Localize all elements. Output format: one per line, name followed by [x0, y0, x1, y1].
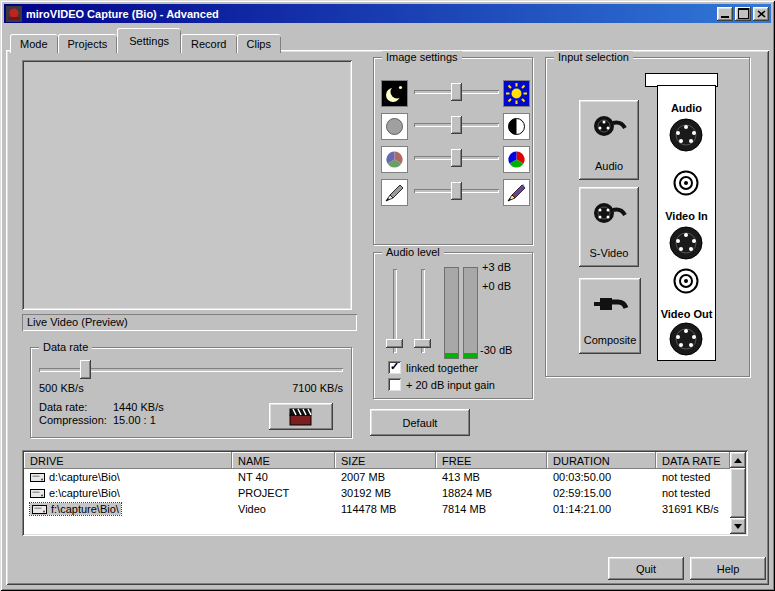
tab-clips-label: Clips [247, 38, 271, 50]
table-cell[interactable]: 30192 MB [335, 485, 436, 501]
data-rate-slider[interactable] [39, 368, 343, 372]
column-header-duration-label: DURATION [553, 455, 610, 467]
image-settings-group: Image settings [373, 57, 533, 245]
table-cell[interactable]: 18824 MB [436, 485, 547, 501]
scroll-down-button[interactable] [730, 518, 746, 534]
table-cell[interactable]: Video [232, 501, 335, 517]
table-cell[interactable]: 7814 MB [436, 501, 547, 517]
clapperboard-icon [289, 407, 313, 427]
tab-record-label: Record [191, 38, 226, 50]
gray-pen-icon [381, 179, 408, 206]
quit-button-label: Quit [636, 563, 656, 575]
sharpness-slider-thumb[interactable] [451, 182, 462, 200]
sharpness-slider[interactable] [414, 189, 499, 193]
tab-settings[interactable]: Settings [117, 28, 181, 53]
vivid-color-wheel-icon [503, 146, 530, 173]
cell-text: not tested [662, 471, 710, 483]
column-header-datarate[interactable]: DATA RATE [656, 452, 730, 469]
linked-together-label: linked together [406, 362, 478, 374]
cell-text: 114478 MB [341, 503, 396, 515]
table-cell[interactable]: 2007 MB [335, 469, 436, 485]
drive-icon [32, 503, 47, 515]
table-cell[interactable]: e:\capture\Bio\ [24, 485, 232, 501]
card-video-out-label: Video Out [658, 308, 715, 320]
tab-record[interactable]: Record [181, 34, 236, 53]
brightness-slider-thumb[interactable] [451, 83, 462, 101]
quit-button[interactable]: Quit [608, 557, 684, 580]
linked-together-checkbox[interactable] [388, 361, 401, 374]
table-cell[interactable]: NT 40 [232, 469, 335, 485]
cell-text: not tested [662, 487, 710, 499]
table-cell[interactable]: 02:59:15.00 [547, 485, 656, 501]
contrast-slider-thumb[interactable] [451, 116, 462, 134]
db-top-label: +3 dB [482, 261, 511, 273]
column-header-name-label: NAME [238, 455, 270, 467]
audio-fader-right-thumb[interactable] [414, 339, 431, 348]
default-button[interactable]: Default [370, 409, 470, 436]
input-gain-checkbox[interactable] [388, 378, 401, 391]
data-rate-group-title: Data rate [39, 341, 92, 354]
table-cell[interactable]: 413 MB [436, 469, 547, 485]
table-cell[interactable]: not tested [656, 485, 730, 501]
tab-settings-label: Settings [129, 35, 169, 47]
data-rate-slider-thumb[interactable] [80, 360, 91, 379]
help-button[interactable]: Help [690, 557, 766, 580]
drive-table: DRIVE NAME SIZE FREE DURATION DATA RATE … [22, 450, 748, 536]
tab-clips[interactable]: Clips [237, 34, 281, 53]
table-row-selected[interactable]: f:\capture\Bio\ Video 114478 MB 7814 MB … [24, 501, 730, 517]
compression-value: 15.00 : 1 [113, 414, 156, 426]
color-pen-icon [503, 179, 530, 206]
cell-text: 7814 MB [442, 503, 486, 515]
low-contrast-icon [381, 113, 408, 140]
scroll-up-button[interactable] [730, 452, 746, 468]
saturation-slider[interactable] [414, 156, 499, 160]
table-cell[interactable]: d:\capture\Bio\ [24, 469, 232, 485]
table-cell[interactable]: 00:03:50.00 [547, 469, 656, 485]
audio-fader-left-thumb[interactable] [386, 339, 403, 348]
close-icon [757, 10, 766, 18]
card-video-in-label: Video In [658, 210, 715, 222]
audio-fader-left[interactable] [393, 269, 397, 353]
composite-input-button[interactable]: Composite [579, 278, 641, 354]
table-cell[interactable]: 01:14:21.00 [547, 501, 656, 517]
saturation-slider-thumb[interactable] [451, 149, 462, 167]
table-row[interactable]: e:\capture\Bio\ PROJECT 30192 MB 18824 M… [24, 485, 730, 501]
contrast-slider[interactable] [414, 123, 499, 127]
titlebar[interactable]: miroVIDEO Capture (Bio) - Advanced [4, 4, 771, 23]
audio-input-button[interactable]: Audio [579, 100, 639, 180]
window-title: miroVIDEO Capture (Bio) - Advanced [26, 8, 715, 20]
column-header-free[interactable]: FREE [436, 452, 547, 469]
capture-test-button[interactable] [269, 403, 333, 430]
column-header-datarate-label: DATA RATE [662, 455, 721, 467]
drive-path: f:\capture\Bio\ [51, 503, 119, 515]
composite-input-button-label: Composite [579, 334, 641, 346]
table-cell[interactable]: 31691 KB/s [656, 501, 730, 517]
high-contrast-icon [503, 113, 530, 140]
table-cell[interactable]: not tested [656, 469, 730, 485]
scrollbar-thumb[interactable] [730, 468, 746, 518]
tab-mode[interactable]: Mode [10, 34, 58, 53]
table-scrollbar[interactable] [730, 452, 746, 534]
table-row[interactable]: d:\capture\Bio\ NT 40 2007 MB 413 MB 00:… [24, 469, 730, 485]
data-rate-group: Data rate 500 KB/s 7100 KB/s Data rate: … [30, 347, 352, 438]
table-cell[interactable]: f:\capture\Bio\ [24, 501, 232, 517]
selected-drive-item[interactable]: f:\capture\Bio\ [30, 503, 121, 515]
tab-projects[interactable]: Projects [58, 34, 118, 53]
column-header-duration[interactable]: DURATION [547, 452, 656, 469]
column-header-name[interactable]: NAME [232, 452, 335, 469]
brightness-slider[interactable] [414, 90, 499, 94]
preview-status-text: Live Video (Preview) [27, 316, 128, 328]
audio-level-group-title: Audio level [382, 246, 444, 259]
minimize-button[interactable] [717, 7, 733, 21]
audio-fader-right[interactable] [421, 269, 425, 353]
column-header-drive[interactable]: DRIVE [24, 452, 232, 469]
maximize-button[interactable] [735, 7, 751, 21]
tab-projects-label: Projects [68, 38, 108, 50]
close-button[interactable] [753, 7, 769, 21]
svideo-input-button[interactable]: S-Video [579, 187, 639, 267]
column-header-size[interactable]: SIZE [335, 452, 436, 469]
cell-text: 413 MB [442, 471, 480, 483]
table-cell[interactable]: PROJECT [232, 485, 335, 501]
cell-text: 30192 MB [341, 487, 391, 499]
table-cell[interactable]: 114478 MB [335, 501, 436, 517]
